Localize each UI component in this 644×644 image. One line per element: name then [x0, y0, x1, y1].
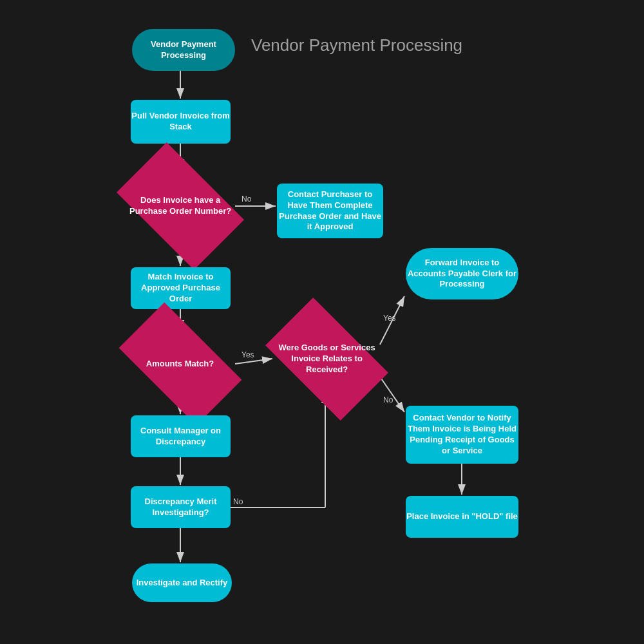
match-invoice-node: Match Invoice to Approved Purchase Order — [131, 267, 231, 309]
pull-invoice-node: Pull Vendor Invoice from Stack — [131, 100, 231, 144]
goods-received-node: Were Goods or Services Invoice Relates t… — [274, 325, 380, 393]
discrepancy-merit-node: Discrepancy Merit Investigating? — [131, 486, 231, 528]
contact-vendor-node: Contact Vendor to Notify Them Invoice is… — [406, 406, 518, 464]
svg-line-12 — [380, 296, 404, 345]
consult-manager-node: Consult Manager on Discrepancy — [131, 415, 231, 457]
start-node: Vendor Payment Processing — [132, 29, 235, 71]
yes-label-2: Yes — [242, 350, 254, 359]
forward-invoice-node: Forward Invoice to Accounts Payable Cler… — [406, 248, 518, 299]
has-po-node: Does Invoice have a Purchase Order Numbe… — [126, 171, 235, 242]
diagram-title: Vendor Payment Processing — [251, 35, 462, 55]
amounts-match-node: Amounts Match? — [126, 332, 235, 396]
contact-purchaser-node: Contact Purchaser to Have Them Complete … — [277, 184, 383, 238]
no-label-1: No — [242, 194, 252, 204]
no-label-3: No — [383, 395, 393, 404]
svg-line-6 — [235, 359, 272, 364]
yes-label-3: Yes — [383, 314, 396, 323]
svg-line-13 — [380, 377, 404, 412]
no-label-4: No — [233, 497, 243, 506]
investigate-node: Investigate and Rectify — [132, 564, 232, 602]
hold-file-node: Place Invoice in "HOLD" file — [406, 496, 518, 538]
